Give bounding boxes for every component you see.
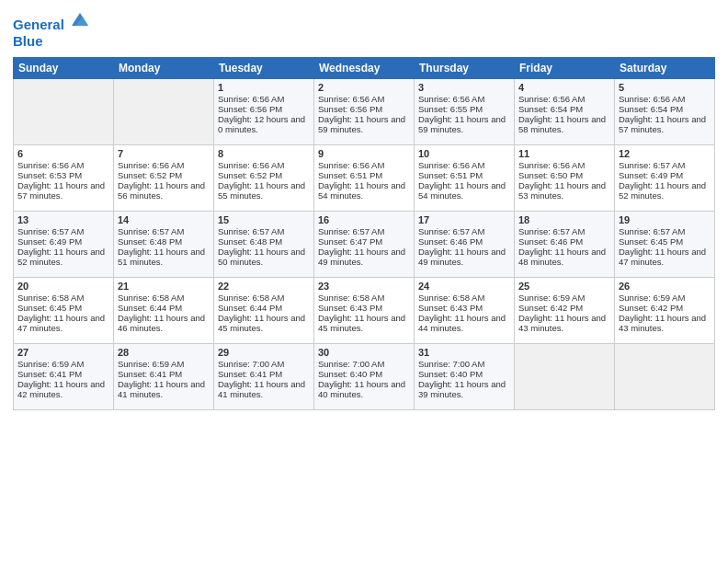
week-row-1: 1Sunrise: 6:56 AMSunset: 6:56 PMDaylight… <box>14 79 715 145</box>
day-number: 6 <box>17 148 109 159</box>
calendar-cell: 7Sunrise: 6:56 AMSunset: 6:52 PMDaylight… <box>114 145 214 212</box>
week-row-4: 20Sunrise: 6:58 AMSunset: 6:45 PMDayligh… <box>14 278 715 344</box>
logo-blue-text: Blue <box>13 33 90 50</box>
sunrise: Sunrise: 6:59 AM <box>518 293 585 303</box>
sunrise: Sunrise: 6:58 AM <box>118 293 184 303</box>
daylight: Daylight: 11 hours and 50 minutes. <box>218 247 305 267</box>
sunrise: Sunrise: 6:57 AM <box>518 226 585 236</box>
day-number: 25 <box>518 281 610 292</box>
calendar-cell: 5Sunrise: 6:56 AMSunset: 6:54 PMDaylight… <box>615 79 715 145</box>
day-number: 16 <box>318 214 410 225</box>
day-number: 30 <box>318 347 410 358</box>
logo: General Blue <box>13 9 90 50</box>
calendar-cell <box>14 79 114 145</box>
daylight: Daylight: 11 hours and 51 minutes. <box>118 247 205 267</box>
calendar-cell: 29Sunrise: 7:00 AMSunset: 6:41 PMDayligh… <box>214 344 314 410</box>
calendar-cell: 23Sunrise: 6:58 AMSunset: 6:43 PMDayligh… <box>314 278 415 344</box>
calendar-cell: 1Sunrise: 6:56 AMSunset: 6:56 PMDaylight… <box>214 79 314 145</box>
calendar-cell: 2Sunrise: 6:56 AMSunset: 6:56 PMDaylight… <box>314 79 415 145</box>
sunrise: Sunrise: 6:57 AM <box>218 226 284 236</box>
calendar-cell: 12Sunrise: 6:57 AMSunset: 6:49 PMDayligh… <box>615 145 715 212</box>
daylight: Daylight: 11 hours and 47 minutes. <box>619 247 706 267</box>
daylight: Daylight: 11 hours and 45 minutes. <box>218 313 305 333</box>
daylight: Daylight: 11 hours and 48 minutes. <box>518 247 606 267</box>
sunrise: Sunrise: 6:56 AM <box>418 160 484 170</box>
sunset: Sunset: 6:56 PM <box>218 104 282 114</box>
sunset: Sunset: 6:54 PM <box>619 104 683 114</box>
header-row: SundayMondayTuesdayWednesdayThursdayFrid… <box>14 58 715 79</box>
day-number: 28 <box>118 347 210 358</box>
day-number: 11 <box>518 148 610 159</box>
calendar-cell: 19Sunrise: 6:57 AMSunset: 6:45 PMDayligh… <box>615 212 715 278</box>
day-number: 23 <box>318 281 410 292</box>
day-number: 13 <box>17 214 109 225</box>
calendar-cell <box>114 79 214 145</box>
calendar-cell: 22Sunrise: 6:58 AMSunset: 6:44 PMDayligh… <box>214 278 314 344</box>
sunset: Sunset: 6:48 PM <box>118 236 182 247</box>
daylight: Daylight: 11 hours and 45 minutes. <box>318 313 405 333</box>
daylight: Daylight: 11 hours and 58 minutes. <box>518 114 606 134</box>
day-number: 12 <box>619 148 711 159</box>
sunrise: Sunrise: 7:00 AM <box>418 359 484 369</box>
sunrise: Sunrise: 6:59 AM <box>17 359 84 369</box>
day-header-sunday: Sunday <box>14 58 114 79</box>
day-number: 10 <box>418 148 510 159</box>
daylight: Daylight: 12 hours and 0 minutes. <box>218 114 305 134</box>
calendar-cell: 8Sunrise: 6:56 AMSunset: 6:52 PMDaylight… <box>214 145 314 212</box>
day-header-monday: Monday <box>114 58 214 79</box>
sunset: Sunset: 6:44 PM <box>118 303 182 313</box>
daylight: Daylight: 11 hours and 59 minutes. <box>318 114 405 134</box>
daylight: Daylight: 11 hours and 39 minutes. <box>418 379 506 399</box>
calendar-cell: 4Sunrise: 6:56 AMSunset: 6:54 PMDaylight… <box>515 79 615 145</box>
day-number: 19 <box>619 214 711 225</box>
calendar-cell: 20Sunrise: 6:58 AMSunset: 6:45 PMDayligh… <box>14 278 114 344</box>
daylight: Daylight: 11 hours and 52 minutes. <box>619 180 706 201</box>
day-number: 24 <box>418 281 510 292</box>
daylight: Daylight: 11 hours and 41 minutes. <box>118 379 205 399</box>
day-header-wednesday: Wednesday <box>314 58 415 79</box>
calendar-cell: 17Sunrise: 6:57 AMSunset: 6:46 PMDayligh… <box>415 212 515 278</box>
sunset: Sunset: 6:45 PM <box>17 303 82 313</box>
daylight: Daylight: 11 hours and 53 minutes. <box>518 180 606 201</box>
day-number: 2 <box>318 82 410 93</box>
sunset: Sunset: 6:42 PM <box>619 303 683 313</box>
sunrise: Sunrise: 6:56 AM <box>518 160 585 170</box>
sunset: Sunset: 6:52 PM <box>218 170 282 180</box>
sunset: Sunset: 6:46 PM <box>518 236 583 247</box>
calendar-cell <box>615 344 715 410</box>
daylight: Daylight: 11 hours and 47 minutes. <box>17 313 105 333</box>
sunrise: Sunrise: 6:56 AM <box>318 94 384 104</box>
daylight: Daylight: 11 hours and 57 minutes. <box>619 114 706 134</box>
day-number: 8 <box>218 148 310 159</box>
calendar-cell: 24Sunrise: 6:58 AMSunset: 6:43 PMDayligh… <box>415 278 515 344</box>
header: General Blue <box>13 9 715 50</box>
calendar-cell: 11Sunrise: 6:56 AMSunset: 6:50 PMDayligh… <box>515 145 615 212</box>
sunrise: Sunrise: 6:56 AM <box>619 94 685 104</box>
day-number: 4 <box>518 82 610 93</box>
sunrise: Sunrise: 6:59 AM <box>118 359 184 369</box>
calendar-cell: 30Sunrise: 7:00 AMSunset: 6:40 PMDayligh… <box>314 344 415 410</box>
sunset: Sunset: 6:47 PM <box>318 236 382 247</box>
sunrise: Sunrise: 6:57 AM <box>17 226 84 236</box>
day-number: 22 <box>218 281 310 292</box>
sunrise: Sunrise: 6:56 AM <box>418 94 484 104</box>
daylight: Daylight: 11 hours and 42 minutes. <box>17 379 105 399</box>
sunset: Sunset: 6:48 PM <box>218 236 282 247</box>
day-number: 29 <box>218 347 310 358</box>
calendar-cell: 21Sunrise: 6:58 AMSunset: 6:44 PMDayligh… <box>114 278 214 344</box>
day-number: 18 <box>518 214 610 225</box>
calendar-cell: 18Sunrise: 6:57 AMSunset: 6:46 PMDayligh… <box>515 212 615 278</box>
sunset: Sunset: 6:40 PM <box>418 369 483 379</box>
day-number: 9 <box>318 148 410 159</box>
daylight: Daylight: 11 hours and 52 minutes. <box>17 247 105 267</box>
daylight: Daylight: 11 hours and 49 minutes. <box>318 247 405 267</box>
day-number: 17 <box>418 214 510 225</box>
calendar-cell: 14Sunrise: 6:57 AMSunset: 6:48 PMDayligh… <box>114 212 214 278</box>
daylight: Daylight: 11 hours and 54 minutes. <box>418 180 506 201</box>
logo-text: General <box>13 9 90 33</box>
calendar-cell: 15Sunrise: 6:57 AMSunset: 6:48 PMDayligh… <box>214 212 314 278</box>
sunset: Sunset: 6:41 PM <box>218 369 282 379</box>
week-row-5: 27Sunrise: 6:59 AMSunset: 6:41 PMDayligh… <box>14 344 715 410</box>
calendar-cell: 10Sunrise: 6:56 AMSunset: 6:51 PMDayligh… <box>415 145 515 212</box>
sunset: Sunset: 6:44 PM <box>218 303 282 313</box>
